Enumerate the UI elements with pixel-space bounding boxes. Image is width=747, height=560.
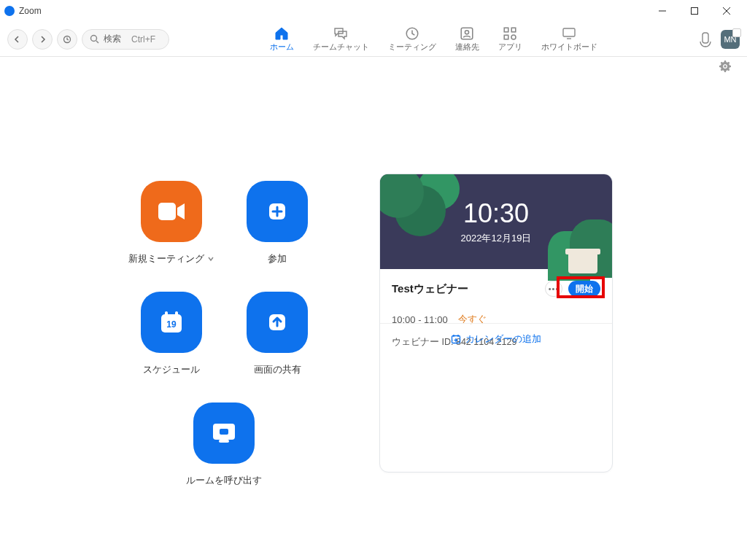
forward-button[interactable]	[32, 29, 53, 50]
svg-text:19: 19	[166, 319, 177, 330]
chevron-down-icon[interactable]	[207, 255, 214, 262]
phone-icon[interactable]	[697, 31, 713, 47]
titlebar: Zoom	[0, 0, 747, 22]
svg-rect-20	[219, 440, 229, 443]
nav-tabs: ホーム チームチャット ミーティング 連絡先 アプリ ホワイトボード	[174, 26, 693, 52]
tab-contacts[interactable]: 連絡先	[455, 26, 479, 52]
tab-apps[interactable]: アプリ	[498, 26, 522, 52]
room-tile[interactable]: ルームを呼び出す	[173, 402, 275, 487]
apps-icon	[503, 27, 517, 40]
upcoming-card: 10:30 2022年12月19日 Testウェビナー ••• 開始 10:00…	[379, 174, 613, 472]
calendar-icon: 19	[141, 292, 202, 353]
calendar-add-icon	[451, 334, 461, 344]
tab-whiteboard[interactable]: ホワイトボード	[541, 26, 597, 52]
event-title: Testウェビナー	[392, 282, 539, 296]
svg-rect-10	[563, 28, 575, 36]
minimize-button[interactable]	[646, 0, 678, 22]
card-hero: 10:30 2022年12月19日	[380, 174, 612, 269]
join-tile[interactable]: 参加	[226, 181, 328, 265]
search-input[interactable]: 検索 Ctrl+F	[82, 29, 169, 50]
close-button[interactable]	[711, 0, 743, 22]
share-up-icon	[247, 292, 308, 353]
search-placeholder: 検索	[104, 33, 121, 45]
tab-teamchat[interactable]: チームチャット	[313, 26, 369, 52]
home-icon	[274, 27, 289, 40]
share-screen-tile[interactable]: 画面の共有	[226, 292, 328, 376]
add-calendar-button[interactable]: カレンダーの追加	[451, 332, 541, 346]
svg-point-2	[91, 36, 97, 42]
whiteboard-icon	[562, 27, 576, 40]
svg-rect-6	[504, 28, 508, 32]
avatar[interactable]: MN	[721, 30, 740, 49]
event-more-button[interactable]: •••	[545, 281, 562, 297]
svg-rect-15	[165, 311, 168, 317]
back-button[interactable]	[7, 29, 28, 50]
svg-rect-11	[703, 33, 708, 43]
svg-rect-4	[461, 28, 473, 39]
window-title: Zoom	[19, 6, 42, 16]
schedule-tile[interactable]: 19 スケジュール	[120, 292, 222, 376]
history-button[interactable]	[57, 29, 77, 50]
start-button[interactable]: 開始	[568, 281, 600, 297]
chat-icon	[333, 27, 348, 40]
clock-icon	[405, 27, 419, 40]
toolbar: 検索 Ctrl+F ホーム チームチャット ミーティング 連絡先 アプリ ホワイ…	[0, 22, 747, 57]
plus-icon	[247, 181, 308, 242]
svg-rect-8	[504, 35, 508, 39]
video-icon	[141, 181, 202, 242]
svg-rect-16	[175, 311, 178, 317]
search-shortcut: Ctrl+F	[131, 34, 155, 44]
maximize-button[interactable]	[678, 0, 711, 22]
svg-rect-12	[158, 203, 176, 220]
svg-point-9	[511, 35, 516, 39]
svg-point-5	[465, 31, 468, 34]
contacts-icon	[460, 27, 474, 40]
room-icon	[193, 402, 255, 464]
tab-meeting[interactable]: ミーティング	[388, 26, 436, 52]
svg-rect-21	[220, 429, 228, 435]
zoom-logo-icon	[4, 6, 15, 16]
new-meeting-tile[interactable]: 新規ミーティング	[120, 181, 222, 265]
svg-rect-7	[511, 28, 516, 32]
search-icon	[90, 34, 99, 44]
settings-button[interactable]	[719, 61, 731, 75]
svg-rect-0	[692, 8, 698, 15]
tab-home[interactable]: ホーム	[270, 26, 294, 52]
